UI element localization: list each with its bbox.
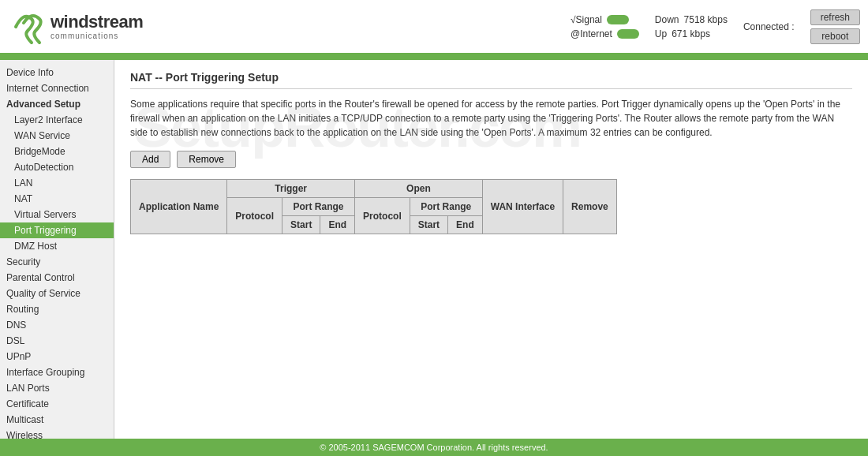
description: Some applications require that specific … <box>130 97 852 140</box>
col-open-start: Start <box>410 216 447 234</box>
col-wan-interface: WAN Interface <box>482 180 563 234</box>
internet-indicator <box>617 29 639 39</box>
internet-label: @Internet <box>571 28 612 39</box>
refresh-button[interactable]: refresh <box>810 9 860 25</box>
page-title: NAT -- Port Triggering Setup <box>130 71 852 89</box>
down-row: Down 7518 kbps <box>655 14 728 25</box>
windstream-logo-icon <box>8 7 47 47</box>
sidebar-item-parental-control[interactable]: Parental Control <box>0 270 114 286</box>
sidebar-item-layer2-interface[interactable]: Layer2 Interface <box>0 112 114 128</box>
sidebar: Device InfoInternet ConnectionAdvanced S… <box>0 60 114 439</box>
header: windstream communications √Signal @Inter… <box>0 0 868 55</box>
signal-label: √Signal <box>571 14 602 25</box>
logo-sub: communications <box>51 32 143 40</box>
sidebar-item-certificate[interactable]: Certificate <box>0 396 114 412</box>
signal-indicator <box>607 15 629 24</box>
sidebar-item-wireless[interactable]: Wireless <box>0 428 114 439</box>
logo-name: windstream <box>51 13 143 32</box>
col-trigger-end: End <box>320 216 355 234</box>
sidebar-item-dmz-host[interactable]: DMZ Host <box>0 238 114 254</box>
connected-row: Connected : <box>743 21 795 32</box>
remove-button[interactable]: Remove <box>177 151 236 168</box>
signal-row: √Signal <box>571 14 629 25</box>
sidebar-item-wan-service[interactable]: WAN Service <box>0 128 114 144</box>
down-speed: 7518 kbps <box>684 14 728 25</box>
sidebar-item-lan[interactable]: LAN <box>0 175 114 191</box>
col-remove: Remove <box>563 180 617 234</box>
footer: © 2005-2011 SAGEMCOM Corporation. All ri… <box>0 439 868 456</box>
sidebar-item-upnp[interactable]: UPnP <box>0 349 114 364</box>
logo-area: windstream communications <box>8 7 143 47</box>
sidebar-item-internet-connection[interactable]: Internet Connection <box>0 80 114 96</box>
sidebar-item-port-triggering[interactable]: Port Triggering <box>0 222 114 238</box>
status-bar: √Signal @Internet Down 7518 kbps Up 671 … <box>571 9 860 44</box>
logo-text: windstream communications <box>51 13 143 40</box>
sidebar-item-security[interactable]: Security <box>0 254 114 270</box>
col-app-name: Application Name <box>131 180 227 234</box>
internet-row: @Internet <box>571 28 639 39</box>
sidebar-item-nat[interactable]: NAT <box>0 191 114 207</box>
add-button[interactable]: Add <box>130 151 170 168</box>
col-trigger-protocol: Protocol <box>227 198 282 234</box>
col-trigger-port-range: Port Range <box>282 198 355 216</box>
up-row: Up 671 kbps <box>655 28 710 39</box>
connected-label: Connected : <box>743 21 795 32</box>
col-trigger: Trigger <box>227 180 355 198</box>
sidebar-item-dns[interactable]: DNS <box>0 317 114 333</box>
button-row: Add Remove <box>130 151 852 168</box>
col-trigger-start: Start <box>282 216 320 234</box>
speed-block: Down 7518 kbps Up 671 kbps <box>655 14 728 39</box>
sidebar-item-autodetection[interactable]: AutoDetection <box>0 159 114 175</box>
sidebar-item-bridgemode[interactable]: BridgeMode <box>0 144 114 159</box>
trigger-table: Application Name Trigger Open WAN Interf… <box>130 179 617 234</box>
reboot-button[interactable]: reboot <box>810 28 860 44</box>
col-open-protocol: Protocol <box>355 198 410 234</box>
up-label: Up <box>655 28 667 39</box>
sidebar-item-dsl[interactable]: DSL <box>0 333 114 349</box>
sidebar-item-quality-of-service[interactable]: Quality of Service <box>0 286 114 301</box>
footer-copyright: © 2005-2011 SAGEMCOM Corporation. All ri… <box>320 443 548 452</box>
col-open: Open <box>355 180 483 198</box>
main-content: SetupRouter.com NAT -- Port Triggering S… <box>114 60 868 439</box>
sidebar-item-device-info[interactable]: Device Info <box>0 65 114 80</box>
connected-block: Connected : <box>743 21 795 32</box>
action-buttons: refresh reboot <box>810 9 860 44</box>
up-speed: 671 kbps <box>672 28 710 39</box>
sidebar-item-interface-grouping[interactable]: Interface Grouping <box>0 364 114 380</box>
col-open-end: End <box>448 216 483 234</box>
sidebar-item-lan-ports[interactable]: LAN Ports <box>0 380 114 396</box>
layout: Device InfoInternet ConnectionAdvanced S… <box>0 60 868 439</box>
sidebar-item-advanced-setup: Advanced Setup <box>0 96 114 112</box>
col-open-port-range: Port Range <box>410 198 482 216</box>
sidebar-item-multicast[interactable]: Multicast <box>0 412 114 428</box>
sidebar-item-routing[interactable]: Routing <box>0 301 114 317</box>
signal-block: √Signal @Internet <box>571 14 639 39</box>
down-label: Down <box>655 14 679 25</box>
sidebar-item-virtual-servers[interactable]: Virtual Servers <box>0 207 114 222</box>
